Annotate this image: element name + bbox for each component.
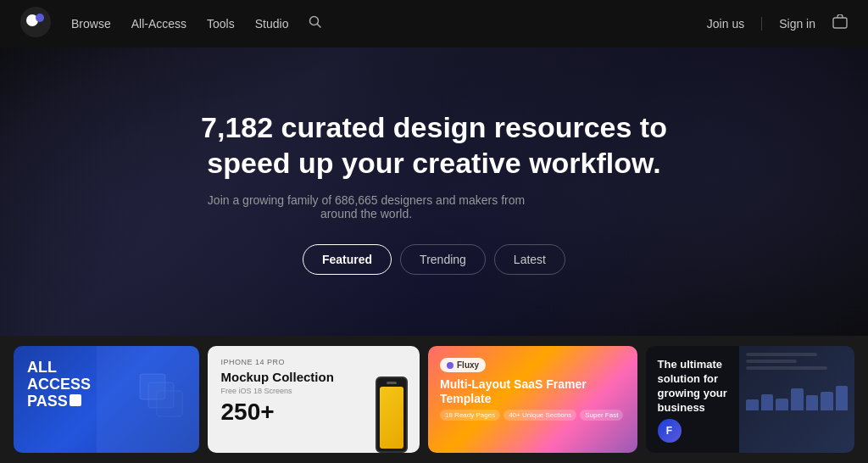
badge-0: 18 Ready Pages (440, 410, 500, 421)
hero-subtitle: Join a growing family of 686,665 designe… (188, 193, 544, 220)
card-iphone-mockup[interactable]: IPHONE 14 PRO Mockup Collection Free iOS… (208, 346, 420, 453)
business-logo-badge: F (658, 419, 682, 443)
business-screen (739, 346, 854, 453)
fluxy-logo-dot (447, 362, 453, 369)
hero-title: 7,182 curated design resources to speed … (188, 109, 680, 181)
card-fluxy[interactable]: Fluxy Multi-Layout SaaS Framer Template … (428, 346, 637, 453)
search-icon[interactable] (309, 15, 322, 32)
join-us-link[interactable]: Join us (707, 17, 744, 31)
cards-section: ALLACCESSPASS IPHONE 14 PRO Mockup Colle… (0, 336, 868, 463)
hero-section: 7,182 curated design resources to speed … (0, 47, 868, 336)
nav-links: Browse All-Access Tools Studio (71, 15, 707, 32)
svg-point-2 (36, 14, 44, 22)
fluxy-badges: 18 Ready Pages 40+ Unique Sections Super… (440, 410, 626, 421)
tab-featured[interactable]: Featured (303, 244, 392, 275)
card-mockup-brand: IPHONE 14 PRO (221, 358, 407, 366)
card-all-access[interactable]: ALLACCESSPASS (14, 346, 199, 453)
nav-right: Join us Sign in (707, 14, 848, 33)
nav-browse[interactable]: Browse (71, 17, 111, 31)
badge-2: Super Fast (580, 410, 623, 421)
svg-rect-5 (833, 18, 847, 28)
nav-studio[interactable]: Studio (255, 17, 289, 31)
hero-content: 7,182 curated design resources to speed … (188, 109, 680, 275)
badge-1: 40+ Unique Sections (504, 410, 576, 421)
phone-mockup (376, 377, 408, 453)
fluxy-title: Multi-Layout SaaS Framer Template (440, 377, 626, 406)
fluxy-logo: Fluxy (440, 358, 486, 372)
tab-latest[interactable]: Latest (494, 244, 565, 275)
fluxy-logo-text: Fluxy (457, 360, 479, 370)
card-business[interactable]: The ultimate solution for growing your b… (646, 346, 855, 453)
sign-in-link[interactable]: Sign in (779, 17, 815, 31)
nav-all-access[interactable]: All-Access (131, 17, 186, 31)
tab-trending[interactable]: Trending (400, 244, 486, 275)
logo[interactable] (20, 7, 71, 41)
nav-separator (761, 17, 762, 31)
nav-tools[interactable]: Tools (207, 17, 235, 31)
phone-screen (380, 387, 403, 449)
svg-line-4 (318, 25, 321, 28)
business-chart (739, 380, 854, 414)
navigation: Browse All-Access Tools Studio Join us S… (0, 0, 868, 47)
tabs-section: Featured Trending Latest (188, 244, 680, 275)
cart-icon[interactable] (832, 14, 848, 33)
card-all-access-title: ALLACCESSPASS (27, 360, 186, 410)
